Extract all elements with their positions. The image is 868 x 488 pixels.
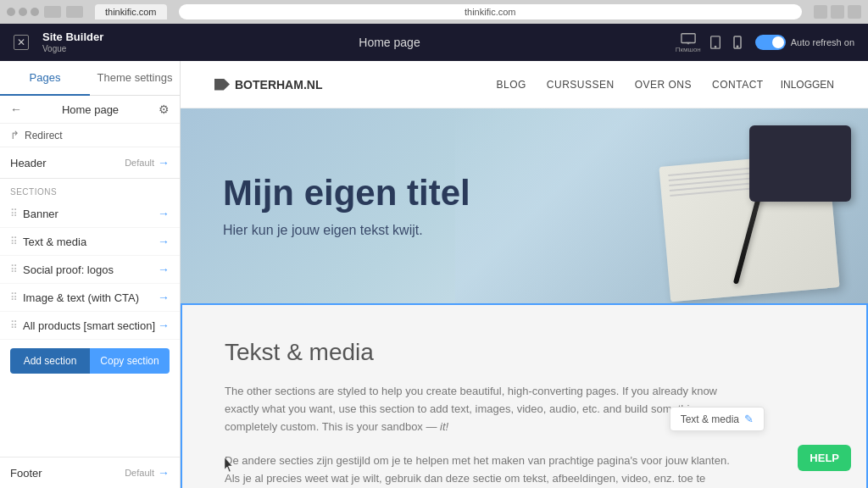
url-bar[interactable]: thinkific.com — [179, 4, 802, 19]
header-default-label: Default — [125, 158, 154, 168]
redirect-icon: ↱ — [10, 129, 19, 141]
section-name: All products [smart section] — [23, 319, 158, 332]
nav-links: BLOG CURSUSSEN OVER ONS CONTACT — [496, 79, 763, 91]
body-text-en: The other sections are styled to help yo… — [225, 385, 717, 433]
tab-theme-settings[interactable]: Theme settings — [90, 61, 180, 95]
hero-section: Mijn eigen titel Hier kun je jouw eigen … — [181, 108, 868, 303]
page-nav: ← Home page ⚙ — [0, 96, 180, 124]
section-image-text-cta[interactable]: ⠿ Image & text (with CTA) → — [0, 284, 180, 312]
drag-icon: ⠿ — [10, 236, 18, 247]
footer-default-label: Default — [125, 468, 154, 478]
preview-area: BOTERHAM.NL BLOG CURSUSSEN OVER ONS CONT… — [181, 61, 868, 488]
browser-action-3[interactable] — [848, 5, 861, 19]
browser-action-1[interactable] — [814, 5, 827, 19]
section-name: Text & media — [23, 236, 158, 248]
app-subtitle: Vogue — [42, 44, 103, 53]
hero-content: Mijn eigen titel Hier kun je jouw eigen … — [223, 174, 470, 238]
section-body-en: The other sections are styled to help yo… — [225, 383, 733, 435]
nav-link-cursussen[interactable]: CURSUSSEN — [547, 79, 615, 91]
section-text-media[interactable]: ⠿ Text & media → — [0, 228, 180, 256]
browser-icon-2 — [66, 6, 83, 18]
browser-tab[interactable]: thinkific.com — [95, 4, 167, 19]
settings-icon[interactable]: ⚙ — [159, 103, 170, 116]
text-media-title: Tekst & media — [225, 339, 824, 366]
sections-label: Sections — [0, 179, 180, 200]
browser-dot-2 — [19, 8, 27, 16]
device-switcher: Пкмшон — [676, 32, 745, 53]
drag-icon: ⠿ — [10, 319, 18, 331]
nav-link-contact[interactable]: CONTACT — [712, 79, 764, 91]
footer-label: Footer — [10, 467, 125, 480]
hero-title: Mijn eigen titel — [223, 174, 470, 213]
copy-section-button[interactable]: Copy section — [90, 348, 170, 374]
header-arrow-icon: → — [158, 156, 170, 169]
nav-link-blog[interactable]: BLOG — [496, 79, 526, 91]
nav-link-over-ons[interactable]: OVER ONS — [635, 79, 692, 91]
browser-dot-3 — [31, 8, 39, 16]
svg-point-6 — [737, 46, 737, 47]
browser-action-icons — [814, 5, 861, 19]
redirect-row[interactable]: ↱ Redirect — [0, 124, 180, 147]
section-all-products[interactable]: ⠿ All products [smart section] → — [0, 312, 180, 340]
section-title-text: Tekst & media — [225, 339, 374, 365]
hero-subtitle: Hier kun je jouw eigen tekst kwijt. — [223, 223, 470, 238]
footer-arrow-icon: → — [158, 466, 170, 480]
browser-dot-1 — [7, 8, 15, 16]
current-page-name: Home page — [29, 103, 152, 116]
header-label: Header — [10, 157, 125, 169]
sidebar: Pages Theme settings ← Home page ⚙ ↱ Red… — [0, 61, 181, 488]
footer-section[interactable]: Footer Default → — [0, 457, 180, 488]
drag-icon: ⠿ — [10, 263, 18, 275]
section-name: Social proof: logos — [23, 263, 158, 276]
logo-text: BOTERHAM.NL — [235, 78, 322, 92]
browser-icon-1 — [44, 6, 61, 18]
tablet-view-button[interactable] — [708, 36, 723, 49]
help-button[interactable]: HELP — [798, 445, 851, 471]
body-suffix: it! — [440, 420, 448, 433]
add-section-button[interactable]: Add section — [10, 348, 90, 374]
svg-point-4 — [715, 47, 715, 47]
section-arrow-icon: → — [158, 235, 170, 248]
floating-label-text: Text & media — [681, 413, 739, 425]
browser-action-2[interactable] — [831, 5, 844, 19]
browser-traffic-lights — [7, 8, 39, 16]
desktop-label: Пкмшон — [676, 46, 701, 53]
website-logo: BOTERHAM.NL — [214, 78, 322, 92]
drag-icon: ⠿ — [10, 208, 18, 219]
website-navbar: BOTERHAM.NL BLOG CURSUSSEN OVER ONS CONT… — [181, 61, 868, 108]
main-content: Pages Theme settings ← Home page ⚙ ↱ Red… — [0, 61, 868, 488]
app-topbar: ✕ Site Builder Vogue Home page Пкмшон — [0, 24, 868, 61]
nav-login[interactable]: INLOGGEN — [781, 79, 834, 91]
section-arrow-icon: → — [158, 263, 170, 276]
section-body-nl: De andere secties zijn gestijld om je te… — [225, 452, 733, 488]
back-button[interactable]: ← — [10, 103, 22, 116]
topbar-right: Пкмшон Auto refresh on — [676, 32, 854, 53]
mobile-view-button[interactable] — [730, 36, 745, 49]
section-banner[interactable]: ⠿ Banner → — [0, 200, 180, 228]
page-title-header: Home page — [117, 36, 661, 49]
section-arrow-icon: → — [158, 319, 170, 332]
floating-edit-label[interactable]: Text & media ✎ — [670, 407, 765, 431]
app-brand: Site Builder Vogue — [42, 31, 103, 53]
header-section[interactable]: Header Default → — [0, 147, 180, 179]
app-title: Site Builder — [42, 31, 103, 43]
desktop-view-button[interactable]: Пкмшон — [676, 32, 701, 53]
body-text-nl: De andere secties zijn gestijld om je te… — [225, 454, 730, 488]
auto-refresh-toggle[interactable]: Auto refresh on — [755, 35, 854, 50]
section-name: Banner — [23, 208, 158, 220]
section-action-buttons: Add section Copy section — [10, 348, 170, 374]
edit-icon[interactable]: ✎ — [744, 413, 754, 425]
section-social-proof[interactable]: ⠿ Social proof: logos → — [0, 256, 180, 284]
section-arrow-icon: → — [158, 207, 170, 220]
section-arrow-icon: → — [158, 291, 170, 304]
drag-icon: ⠿ — [10, 291, 18, 303]
close-button[interactable]: ✕ — [14, 35, 29, 50]
tab-pages[interactable]: Pages — [0, 61, 90, 96]
svg-rect-0 — [682, 33, 695, 42]
auto-refresh-label: Auto refresh on — [791, 37, 854, 47]
hero-tablet-image — [749, 125, 851, 202]
section-name: Image & text (with CTA) — [23, 291, 158, 304]
app-shell: ✕ Site Builder Vogue Home page Пкмшон — [0, 24, 868, 488]
sidebar-tabs: Pages Theme settings — [0, 61, 180, 96]
website-preview: BOTERHAM.NL BLOG CURSUSSEN OVER ONS CONT… — [181, 61, 868, 488]
